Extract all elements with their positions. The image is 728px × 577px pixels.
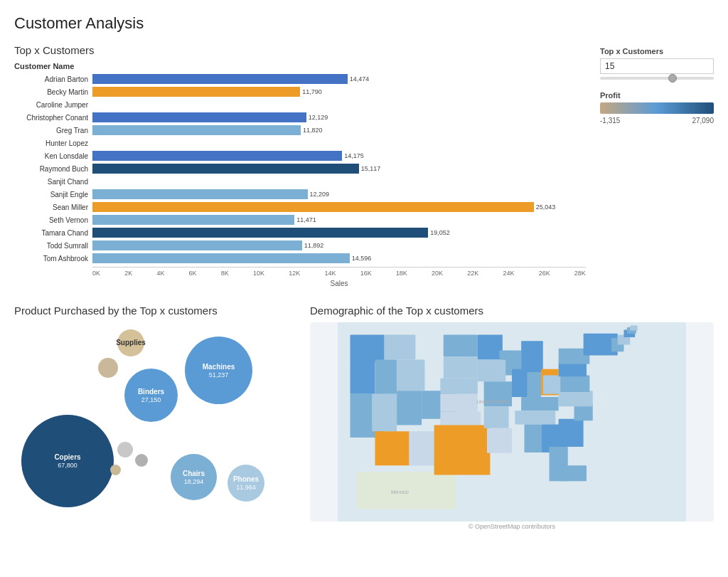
x-tick: 28K: [574, 270, 586, 277]
bubble-item: [110, 465, 121, 475]
bubble-name: Machines: [203, 363, 235, 371]
map-credit: © OpenStreetMap contributors: [310, 523, 714, 530]
state-ut: [397, 391, 422, 425]
bubble-item: Machines51,237: [185, 337, 252, 404]
x-tick: 6K: [189, 270, 197, 277]
bar-wrap: 12,209: [92, 189, 586, 199]
bar-label: Tamara Chand: [14, 229, 92, 237]
top-x-slider[interactable]: [600, 77, 714, 80]
x-tick: 24K: [503, 270, 514, 277]
bar-label: Adrian Barton: [14, 75, 92, 83]
x-tick: 22K: [467, 270, 478, 277]
bubble-item: [98, 358, 118, 378]
state-or: [350, 363, 375, 394]
state-ga: [559, 419, 584, 447]
page-title: Customer Analysis: [14, 14, 714, 33]
map-container: Demographic of the Top x customers: [310, 305, 714, 530]
bar-row: Raymond Buch15,117: [14, 163, 586, 174]
x-tick: 8K: [221, 270, 229, 277]
bar-value-label: 12,209: [310, 191, 330, 198]
bar-row: Caroline Jumper: [14, 99, 586, 110]
controls-panel: Top x Customers 15 Profit -1,315 27,090: [600, 44, 714, 287]
bar-chart-title: Top x Customers: [14, 44, 586, 56]
profit-gradient: [600, 102, 714, 114]
state-md: [559, 363, 587, 376]
bar-wrap: 19,052: [92, 228, 586, 238]
bar-label: Caroline Jumper: [14, 101, 92, 109]
state-tn: [515, 411, 555, 424]
top-x-control: Top x Customers 15: [600, 47, 714, 80]
state-wa: [350, 335, 385, 363]
bar-value-label: 14,175: [344, 152, 364, 159]
bubble-item: Binders27,150: [124, 369, 178, 422]
bar-value-label: 14,474: [350, 75, 370, 83]
top-section: Top x Customers Customer Name Adrian Bar…: [14, 44, 714, 287]
state-in: [528, 372, 541, 397]
bar-label: Becky Martin: [14, 88, 92, 96]
bar-wrap: 15,117: [92, 164, 586, 174]
bar-chart-container: Top x Customers Customer Name Adrian Bar…: [14, 44, 586, 287]
bar-wrap: 14,474: [92, 74, 586, 84]
bubble-value: 27,150: [141, 396, 161, 403]
bar-fill: [92, 202, 534, 212]
state-nv: [372, 394, 397, 432]
state-wv: [543, 375, 561, 393]
x-axis-label: Sales: [92, 280, 586, 287]
bubble-item: Supplies: [117, 329, 144, 356]
bar-value-label: 15,117: [361, 165, 381, 172]
bar-value-label: 11,471: [296, 216, 316, 223]
bubble-item: [135, 454, 148, 467]
state-az: [375, 431, 410, 465]
bar-fill: [92, 228, 428, 238]
state-ar: [484, 406, 509, 428]
bar-value-label: 11,820: [303, 127, 323, 134]
x-tick: 0K: [92, 270, 100, 277]
bar-fill: [92, 164, 359, 174]
bar-label: Greg Tran: [14, 127, 92, 134]
mexico-label: Mexico: [391, 489, 410, 495]
bar-value-label: 11,790: [302, 88, 322, 95]
profit-label: Profit: [600, 91, 714, 100]
bar-wrap: 11,820: [92, 125, 586, 135]
state-va: [559, 375, 590, 392]
bar-row: Greg Tran11,820: [14, 125, 586, 136]
bar-value-label: 11,892: [304, 242, 324, 249]
bar-wrap: 11,471: [92, 215, 586, 225]
bar-row: Becky Martin11,790: [14, 86, 586, 97]
bar-wrap: 11,892: [92, 240, 586, 250]
bar-label: Raymond Buch: [14, 165, 92, 173]
bar-wrap: [92, 138, 586, 148]
bubble-name: Copiers: [54, 453, 80, 462]
state-fl2: [559, 465, 587, 481]
x-tick: 20K: [432, 270, 443, 277]
bar-wrap: 11,790: [92, 87, 586, 97]
state-mi: [521, 341, 543, 372]
bubble-item: Phones11,964: [228, 465, 264, 502]
state-ia: [478, 360, 505, 382]
bar-row: Sanjit Chand: [14, 176, 586, 187]
bar-row: Sean Miller25,043: [14, 201, 586, 213]
bubble-name: Binders: [138, 388, 164, 396]
x-tick: 12K: [289, 270, 300, 277]
state-id: [375, 360, 397, 394]
x-tick: 18K: [396, 270, 407, 277]
state-la: [487, 428, 512, 453]
state-ks: [440, 394, 478, 412]
bar-fill: [92, 215, 294, 225]
bubble-name: Supplies: [116, 339, 146, 347]
map-area: United States Mexico: [310, 322, 714, 522]
state-ne: [440, 379, 478, 394]
profit-legend: Profit -1,315 27,090: [600, 91, 714, 125]
bubble-value: 51,237: [209, 371, 229, 379]
bubble-name: Chairs: [183, 470, 205, 478]
bar-row: Christopher Conant12,129: [14, 112, 586, 123]
bar-label: Ken Lonsdale: [14, 152, 92, 160]
bar-fill: [92, 151, 342, 161]
bar-chart-rows: Adrian Barton14,474Becky Martin11,790Car…: [14, 73, 586, 264]
top-x-slider-thumb[interactable]: [668, 74, 677, 83]
bubble-area: Copiers67,800Machines51,237Binders27,150…: [14, 322, 284, 522]
x-tick: 2K: [124, 270, 132, 277]
top-x-value[interactable]: 15: [600, 58, 714, 74]
bottom-section: Product Purchased by the Top x customers…: [14, 305, 714, 530]
bar-fill: [92, 189, 308, 199]
